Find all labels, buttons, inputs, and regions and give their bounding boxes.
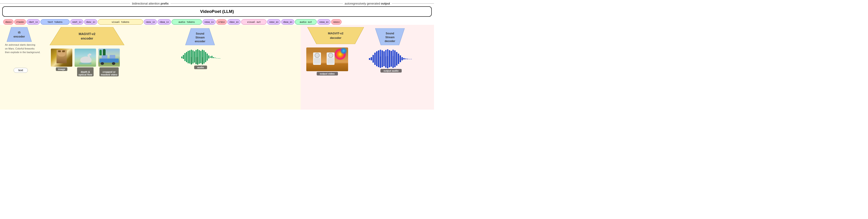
svg-rect-14 xyxy=(188,51,189,63)
magvit2-decoder-component: MAGVIT-v2 decoder xyxy=(307,27,364,44)
output-label: autoregressively generated output xyxy=(345,2,390,5)
svg-rect-33 xyxy=(218,58,219,59)
svg-marker-39 xyxy=(307,27,364,44)
output-video-container: output video xyxy=(306,48,348,75)
audio-waveform-container: audio xyxy=(181,49,220,69)
token-eoa-o: <eoa_o> xyxy=(317,19,331,25)
output-line-right xyxy=(392,3,434,4)
svg-rect-11 xyxy=(183,55,184,59)
llm-title: VideoPoet (LLM) xyxy=(200,9,234,14)
svg-rect-63 xyxy=(400,55,401,62)
svg-rect-57 xyxy=(389,50,390,67)
token-bov-o: <bov_o> xyxy=(227,19,241,25)
svg-rect-70 xyxy=(380,50,381,57)
t5-encoder-trapezoid: t5 encoder xyxy=(7,27,32,42)
svg-text:Sound: Sound xyxy=(385,32,394,35)
svg-rect-66 xyxy=(405,59,406,59)
svg-rect-64 xyxy=(401,57,403,60)
token-text-tokens: text tokens xyxy=(40,19,69,25)
svg-rect-30 xyxy=(213,57,214,58)
output-audio-waveform-container: output audio xyxy=(368,49,414,72)
svg-rect-54 xyxy=(383,51,385,66)
magvit2-encoder-trapezoid: MAGVIT-v2 encoder xyxy=(50,27,124,45)
svg-rect-51 xyxy=(378,51,379,67)
token-eov-o: <eov_o> xyxy=(267,19,280,25)
token-eos: <eos> xyxy=(331,19,342,25)
llm-box: VideoPoet (LLM) xyxy=(2,6,432,17)
image-label: image xyxy=(56,67,68,71)
svg-text:MAGVIT-v2: MAGVIT-v2 xyxy=(328,32,344,35)
svg-rect-46 xyxy=(369,58,370,60)
svg-rect-72 xyxy=(387,49,388,56)
svg-rect-68 xyxy=(409,59,410,59)
token-eov-i: <eov_i> xyxy=(144,19,157,25)
svg-text:encoder: encoder xyxy=(81,37,93,40)
depth-thumb-container: depth & optical flow xyxy=(74,49,96,76)
svg-rect-28 xyxy=(210,57,211,58)
svg-rect-31 xyxy=(215,58,216,58)
token-boa-o: <boa_o> xyxy=(281,19,294,25)
svg-rect-22 xyxy=(200,51,202,63)
magvit2-encoder-component: MAGVIT-v2 encoder xyxy=(50,27,124,45)
token-visual-tokens: visual tokens xyxy=(98,19,143,25)
token-res: <res> xyxy=(216,19,227,25)
output-line-left xyxy=(301,3,343,4)
svg-rect-13 xyxy=(186,52,187,62)
sound-decoder-trapezoid: Sound Stream decoder xyxy=(375,28,405,45)
cropped-thumb-container: cropped or masked video xyxy=(98,49,120,76)
token-task: <task> xyxy=(14,19,26,25)
prefix-line-left xyxy=(0,3,130,4)
svg-rect-73 xyxy=(393,50,394,56)
svg-text:t5: t5 xyxy=(18,31,21,34)
t5-encoder-component: t5 encoder xyxy=(7,27,32,42)
svg-rect-18 xyxy=(194,51,195,63)
text-label-box: text xyxy=(13,68,28,73)
prefix-line-right xyxy=(170,3,301,4)
prefix-region xyxy=(0,25,301,110)
svg-rect-26 xyxy=(207,54,208,61)
svg-rect-38 xyxy=(202,57,203,64)
svg-rect-12 xyxy=(184,53,186,61)
svg-text:MAGVIT-v2: MAGVIT-v2 xyxy=(79,32,95,36)
svg-rect-58 xyxy=(391,51,392,67)
svg-rect-53 xyxy=(381,51,383,67)
token-bov-i: <bov_i> xyxy=(84,19,97,25)
svg-text:encoder: encoder xyxy=(13,35,25,38)
token-row: <bos> <task> <bot_i> text tokens <eot_i>… xyxy=(2,19,432,25)
svg-rect-48 xyxy=(373,55,374,63)
output-audio-waveform xyxy=(368,49,414,69)
svg-rect-29 xyxy=(211,56,213,58)
text-description: An astronaut starts dancing on Mars. Col… xyxy=(5,43,41,54)
token-bot-i: <bot_i> xyxy=(27,19,40,25)
image-thumb xyxy=(51,49,72,67)
svg-text:Stream: Stream xyxy=(385,36,395,39)
svg-rect-36 xyxy=(195,57,197,64)
depth-thumb xyxy=(74,49,96,67)
token-audio-out: audio out xyxy=(295,19,317,25)
diagram: bidirectional attention prefix autoregre… xyxy=(0,0,434,110)
svg-rect-67 xyxy=(407,59,408,59)
output-video-label: output video xyxy=(317,72,338,75)
svg-rect-25 xyxy=(205,52,206,62)
token-boa-i: <boa_i> xyxy=(158,19,170,25)
svg-rect-15 xyxy=(189,51,190,63)
sound-decoder-component: Sound Stream decoder xyxy=(375,28,405,45)
output-video-thumb xyxy=(306,48,348,71)
svg-rect-50 xyxy=(376,51,377,66)
token-eoa-i: <eoa_i> xyxy=(203,19,216,25)
cropped-thumb xyxy=(98,49,120,67)
svg-rect-47 xyxy=(371,57,372,60)
svg-text:Sound: Sound xyxy=(196,32,204,35)
token-bos: <bos> xyxy=(3,19,13,25)
prefix-label: bidirectional attention prefix xyxy=(132,2,168,5)
svg-rect-37 xyxy=(197,57,198,65)
output-audio-label: output audio xyxy=(380,69,402,72)
audio-waveform xyxy=(181,49,220,66)
svg-rect-71 xyxy=(385,50,386,56)
token-eot-i: <eot_i> xyxy=(70,19,84,25)
svg-marker-3 xyxy=(50,27,124,45)
svg-rect-49 xyxy=(374,53,376,65)
svg-rect-21 xyxy=(199,50,200,64)
svg-rect-35 xyxy=(191,57,192,64)
svg-rect-17 xyxy=(192,51,193,63)
